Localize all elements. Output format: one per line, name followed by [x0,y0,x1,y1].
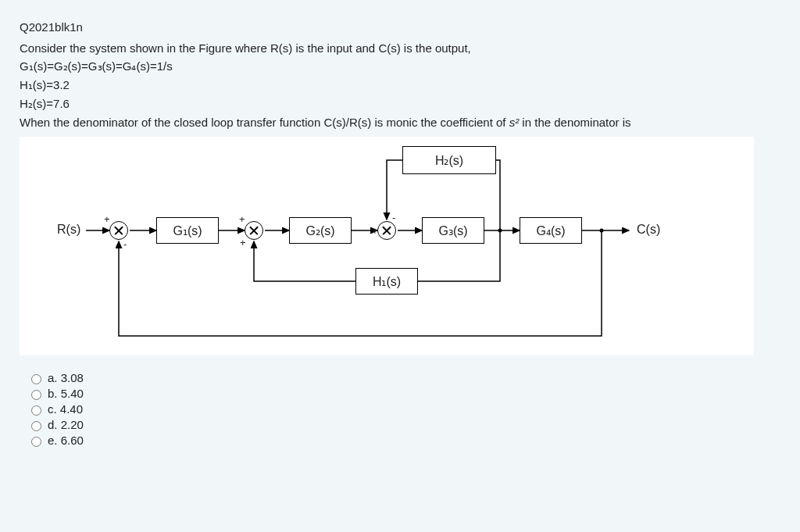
option-c-radio[interactable] [31,405,41,416]
sign-plus: + [239,213,245,225]
question-id: Q2021blk1n [20,20,780,34]
equation-h1: H₁(s)=3.2 [20,78,780,92]
prompt-line-2: When the denominator of the closed loop … [20,116,780,129]
svg-point-8 [498,229,502,233]
option-a-radio[interactable] [31,374,41,384]
svg-point-9 [600,229,604,233]
option-b[interactable]: b. 5.40 [27,387,780,400]
option-d-radio[interactable] [31,421,41,431]
sign-plus: + [104,213,110,225]
equation-h2: H₂(s)=7.6 [20,97,780,111]
answer-options: a. 3.08 b. 5.40 c. 4.40 d. 2.20 e. 6.60 [27,371,780,447]
output-label: C(s) [637,223,660,237]
option-e-radio[interactable] [31,437,41,447]
option-d[interactable]: d. 2.20 [27,418,780,431]
block-diagram-figure: R(s) C(s) + - + + + - G₁(s) G₂(s) G₃(s) … [20,137,754,355]
option-a[interactable]: a. 3.08 [27,371,780,384]
equation-g: G₁(s)=G₂(s)=G₃(s)=G₄(s)=1/s [20,59,780,73]
prompt-post: in the denominator is [519,116,630,129]
block-g4: G₄(s) [520,217,582,244]
sign-minus: - [123,238,127,250]
block-h1: H₁(s) [355,268,418,295]
block-g3: G₃(s) [422,217,484,244]
option-b-label: b. 5.40 [48,387,84,400]
summing-junction-2 [245,221,263,240]
summing-junction-3 [377,221,396,240]
option-b-radio[interactable] [31,390,41,400]
sign-plus: + [240,237,246,248]
input-label: R(s) [57,223,80,237]
block-g1: G₁(s) [156,217,219,244]
diagram-wires [20,137,754,355]
option-a-label: a. 3.08 [48,371,84,384]
prompt-pre: When the denominator of the closed loop … [20,116,509,129]
option-d-label: d. 2.20 [48,418,84,431]
block-h2: H₂(s) [402,146,496,174]
option-c[interactable]: c. 4.40 [27,402,780,416]
prompt-line-1: Consider the system shown in the Figure … [20,41,780,55]
option-c-label: c. 4.40 [48,402,83,416]
sign-minus: - [392,212,395,223]
sign-plus: + [372,225,378,237]
option-e-label: e. 6.60 [48,434,84,447]
summing-junction-1 [109,221,128,240]
option-e[interactable]: e. 6.60 [27,434,780,447]
block-g2: G₂(s) [289,217,352,244]
s-squared: s² [509,116,520,129]
